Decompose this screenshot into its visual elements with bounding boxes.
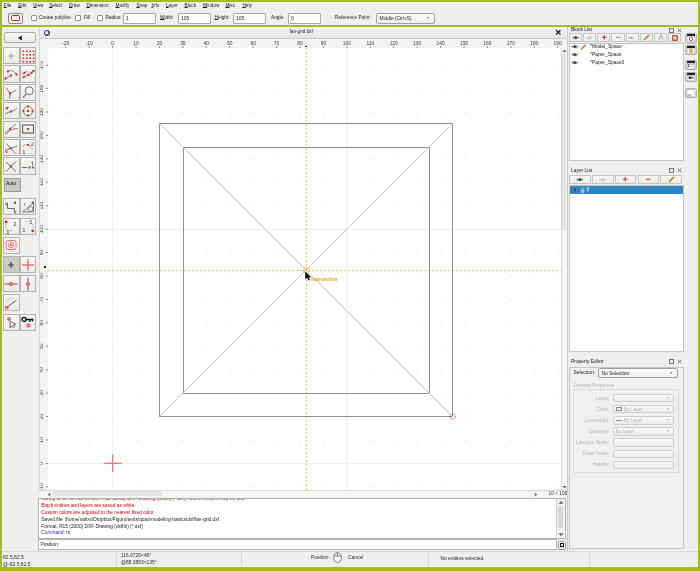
svg-text:2: 2 <box>14 221 17 227</box>
svg-text:Intersection: Intersection <box>311 277 337 282</box>
svg-text:0: 0 <box>40 462 44 465</box>
svg-text:2: 2 <box>31 141 34 147</box>
svg-text:120: 120 <box>40 178 44 186</box>
svg-text:1: 1 <box>7 229 10 235</box>
svg-text:-20: -20 <box>62 40 69 45</box>
svg-text:80: 80 <box>40 273 44 279</box>
svg-text:x: x <box>14 209 17 215</box>
svg-text:150: 150 <box>40 108 44 116</box>
svg-text:1: 1 <box>23 149 26 155</box>
svg-text:90: 90 <box>40 250 44 256</box>
svg-text:2: 2 <box>30 219 33 225</box>
svg-text:90: 90 <box>321 40 327 45</box>
svg-text:60: 60 <box>40 320 44 326</box>
svg-text:170: 170 <box>40 61 44 69</box>
svg-text:110: 110 <box>40 202 44 210</box>
svg-text:130: 130 <box>413 40 421 45</box>
svg-text:60: 60 <box>250 40 256 45</box>
svg-text:10: 10 <box>40 437 44 443</box>
svg-text:150: 150 <box>460 40 468 45</box>
svg-text:100: 100 <box>343 40 351 45</box>
svg-text:r: r <box>24 202 26 207</box>
svg-text:40: 40 <box>40 367 44 373</box>
svg-text:1: 1 <box>23 227 26 233</box>
svg-text:70: 70 <box>40 296 44 302</box>
svg-text:120: 120 <box>390 40 398 45</box>
svg-text:160: 160 <box>483 40 491 45</box>
svg-text:140: 140 <box>436 40 444 45</box>
svg-text:180: 180 <box>530 40 538 45</box>
svg-text:110: 110 <box>366 40 374 45</box>
svg-text:50: 50 <box>40 343 44 349</box>
svg-text:80: 80 <box>297 40 303 45</box>
svg-text:-10: -10 <box>40 483 44 490</box>
svg-text:70: 70 <box>274 40 280 45</box>
svg-text:20: 20 <box>40 414 44 420</box>
svg-text:100: 100 <box>40 225 44 233</box>
svg-text:160: 160 <box>40 84 44 92</box>
svg-text:50: 50 <box>227 40 233 45</box>
svg-text:30: 30 <box>180 40 186 45</box>
svg-text:130: 130 <box>40 154 44 162</box>
svg-text:40: 40 <box>204 40 210 45</box>
svg-text:-10: -10 <box>86 40 93 45</box>
svg-text:10: 10 <box>133 40 139 45</box>
svg-text:20: 20 <box>157 40 163 45</box>
svg-text:140: 140 <box>40 131 44 139</box>
svg-text:190: 190 <box>554 40 562 45</box>
svg-text:170: 170 <box>507 40 515 45</box>
svg-text:0: 0 <box>111 40 114 45</box>
svg-text:30: 30 <box>40 390 44 396</box>
